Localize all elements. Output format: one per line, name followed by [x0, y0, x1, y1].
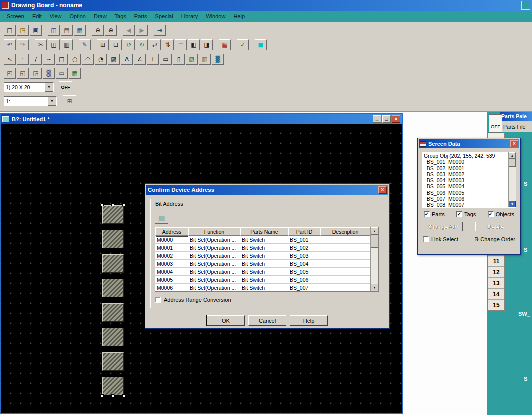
table-cell[interactable]: Bit Set(Operation ...	[188, 252, 240, 260]
image-tool-button[interactable]: ▧	[186, 54, 198, 65]
send-to-back-button[interactable]: ◨	[201, 40, 213, 50]
address-range-checkbox[interactable]	[155, 297, 161, 303]
fill-tool-button[interactable]: ▨	[108, 54, 120, 65]
table-cell[interactable]: Bit Set(Operation ...	[188, 276, 240, 284]
screen-change-button[interactable]: ⇥	[154, 25, 166, 36]
table-cell[interactable]	[320, 260, 370, 268]
ime-indicator-icon[interactable]	[521, 1, 530, 10]
table-cell[interactable]: M0001	[155, 244, 188, 252]
table-cell[interactable]: Bit Set(Operation ...	[188, 260, 240, 268]
bring-to-front-button[interactable]: ◧	[188, 40, 200, 50]
table-cell[interactable]: M0003	[155, 260, 188, 268]
frame-tool-button[interactable]: ▭	[160, 54, 172, 65]
scroll-up-icon[interactable]: ▲	[509, 152, 516, 159]
filter-objects[interactable]: ✓Objects	[488, 212, 514, 218]
dialog-close-button[interactable]: ×	[378, 186, 387, 194]
table-cell[interactable]: Bit Switch	[240, 276, 288, 284]
cut-button[interactable]: ✂	[35, 40, 47, 50]
paste-button[interactable]: ▥	[61, 40, 73, 50]
table-cell[interactable]: Bit Switch	[240, 284, 288, 292]
screen-level-button[interactable]: ⊞	[63, 96, 76, 108]
delete-button[interactable]: Delete	[475, 222, 515, 232]
objects-checkbox[interactable]: ✓	[488, 212, 494, 218]
main-titlebar[interactable]: Drawing Board - noname	[0, 0, 532, 11]
list-item[interactable]: BS_008 M0007	[424, 202, 508, 208]
parts-palette-titlebar[interactable]: Parts Pale	[500, 112, 532, 121]
bit-switch-part[interactable]	[102, 206, 124, 224]
table-cell[interactable]: Bit Set(Operation ...	[188, 236, 240, 244]
screen-data-close-button[interactable]: ×	[510, 140, 518, 148]
list-item[interactable]: BS_001 M0000	[424, 159, 508, 165]
selection-handle[interactable]	[122, 204, 125, 206]
video-parts-button[interactable]: ▦	[69, 68, 81, 79]
bit-switch-part[interactable]	[102, 377, 124, 396]
table-cell[interactable]: BS_004	[288, 260, 320, 268]
screen-data-titlebar[interactable]: Screen Data ×	[419, 140, 519, 148]
palette-off-button[interactable]: OFF	[489, 114, 502, 133]
ok-button[interactable]: OK	[207, 316, 245, 326]
parts-file-tab[interactable]: Parts File	[501, 121, 532, 132]
line-tool-button[interactable]: /	[30, 54, 42, 65]
palette-number-13[interactable]: 13	[488, 278, 504, 288]
pie-tool-button[interactable]: ◔	[95, 54, 107, 65]
graph-tool-button[interactable]: ▥	[199, 54, 211, 65]
drawing-window-titlebar[interactable]: B?: Untitled1 * ▁ ▢ ×	[1, 114, 402, 124]
list-item[interactable]: BS_003 M0002	[424, 172, 508, 178]
off-state-button[interactable]: OFF	[59, 82, 72, 94]
zoom-out-button[interactable]: ⊖	[92, 25, 104, 36]
bit-switch-part[interactable]	[102, 279, 124, 298]
table-cell[interactable]: Bit Set(Operation ...	[188, 284, 240, 292]
table-cell[interactable]	[320, 268, 370, 276]
cancel-button[interactable]: Cancel	[248, 316, 286, 326]
align-button[interactable]: ≡	[175, 40, 187, 50]
window-tool-button[interactable]: ▯	[173, 54, 185, 65]
rotate-cw-button[interactable]: ↻	[136, 40, 148, 50]
palette-number-11[interactable]: 11	[488, 256, 504, 266]
copy-button[interactable]: ◫	[48, 40, 60, 50]
menu-item-special[interactable]: Special	[151, 12, 177, 21]
screen-copy-button[interactable]: ◫	[48, 25, 60, 36]
polyline-tool-button[interactable]: ~	[43, 54, 55, 65]
palette-number-12[interactable]: 12	[488, 266, 504, 278]
table-cell[interactable]: BS_007	[288, 284, 320, 292]
table-cell[interactable]: Bit Switch	[240, 244, 288, 252]
table-scrollbar[interactable]: ▲ ▼	[370, 228, 378, 292]
zoom-in-button[interactable]: ⊕	[105, 25, 117, 36]
menu-item-draw[interactable]: Draw	[90, 12, 111, 21]
table-cell[interactable]: Bit Switch	[240, 260, 288, 268]
chevron-down-icon[interactable]: ▼	[48, 97, 56, 106]
table-row[interactable]: M0000Bit Set(Operation ...Bit SwitchBS_0…	[155, 236, 370, 244]
bit-switch-part[interactable]	[102, 230, 124, 248]
screen-level-combo[interactable]: 1:---- ▼	[4, 96, 57, 106]
ungroup-button[interactable]: ⊟	[110, 40, 122, 50]
scrollbar-track[interactable]	[509, 167, 516, 201]
next-screen-button[interactable]: ▶	[136, 25, 148, 36]
menu-item-parts[interactable]: Parts	[130, 12, 151, 21]
rotate-ccw-button[interactable]: ↺	[123, 40, 135, 50]
rectangle-tool-button[interactable]: □	[56, 54, 68, 65]
device-keypad-button[interactable]: ▦	[155, 212, 168, 224]
ellipse-tool-button[interactable]: ○	[69, 54, 81, 65]
grid-size-combo[interactable]: 1) 20 X 20 ▼	[4, 82, 54, 92]
selection-handle[interactable]	[111, 394, 114, 398]
menu-item-view[interactable]: View	[46, 12, 66, 21]
table-cell[interactable]: Bit Switch	[240, 252, 288, 260]
ruler-tool-button[interactable]: ∠	[134, 54, 146, 65]
menu-item-tags[interactable]: Tags	[111, 12, 130, 21]
bit-switch-part[interactable]	[102, 352, 124, 371]
selection-handle[interactable]	[122, 394, 125, 398]
change-order-button[interactable]: ⇅ Change Order	[474, 236, 515, 242]
tags-checkbox[interactable]: ✓	[456, 212, 462, 218]
previous-screen-button[interactable]: ◀	[123, 25, 135, 36]
table-cell[interactable]: Bit Switch	[240, 236, 288, 244]
palette-number-15[interactable]: 15	[488, 300, 504, 310]
scrollbar-track[interactable]	[371, 248, 378, 284]
bit-switch-part[interactable]	[102, 254, 124, 273]
help-button[interactable]: Help	[290, 316, 328, 326]
new-file-button[interactable]: □	[4, 25, 16, 36]
bit-switch-part[interactable]	[102, 328, 124, 346]
table-cell[interactable]: M0000	[155, 236, 188, 244]
flip-horizontal-button[interactable]: ⇄	[149, 40, 161, 50]
confirm-device-address-button[interactable]: ✓	[237, 40, 249, 50]
scrollbar-thumb[interactable]	[509, 159, 516, 167]
